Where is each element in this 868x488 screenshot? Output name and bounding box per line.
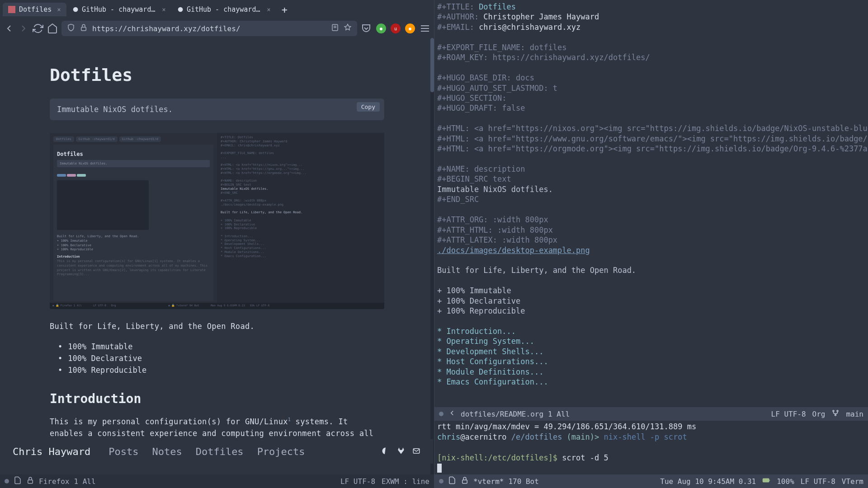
org-editor[interactable]: #+TITLE: Dotfiles#+AUTHOR: Christopher J… [434, 0, 868, 407]
terminal[interactable]: rtt min/avg/max/mdev = 49.294/186.651/36… [434, 421, 868, 474]
svg-rect-0 [8, 6, 15, 13]
nav-dotfiles[interactable]: Dotfiles [196, 446, 244, 457]
code-block: Immutable NixOS dotfiles. Copy [50, 99, 384, 120]
battery-pct: 100% [777, 477, 794, 486]
chevron-left-icon[interactable] [448, 409, 456, 419]
mini-built: Built for Life, Liberty, and the Open Ro… [57, 235, 210, 239]
svg-point-12 [833, 410, 834, 412]
org-line: #+AUTHOR: Christopher James Hayward [437, 12, 865, 22]
tab-title: Dotfiles [19, 5, 52, 14]
org-line: #+HUGO_SECTION: [437, 93, 865, 103]
org-line: #+ATTR_ORG: :width 800px [437, 215, 865, 225]
encoding: LF UTF-8 [771, 410, 806, 418]
gitlab-icon[interactable] [397, 446, 405, 457]
mail-icon[interactable] [412, 446, 420, 457]
github-icon[interactable] [382, 446, 390, 457]
extension-icon-3[interactable]: ● [405, 23, 415, 33]
site-name[interactable]: Chris Hayward [13, 446, 90, 457]
close-icon[interactable]: × [162, 6, 165, 13]
nav-posts[interactable]: Posts [108, 446, 138, 457]
toolbar-extensions: ● u ● [361, 23, 430, 34]
close-icon[interactable]: × [57, 6, 61, 13]
mini-tab: Github -chayward1/d [76, 136, 118, 142]
org-line: #+HTML: <a href="https://orgmode.org"><i… [437, 144, 865, 154]
org-line: + 100% Declarative [437, 296, 865, 306]
bookmark-icon[interactable] [344, 23, 352, 33]
section-heading: Introduction [50, 391, 384, 406]
org-line [437, 32, 865, 42]
org-line: #+BEGIN_SRC text [437, 174, 865, 184]
buffer-name: *vterm* [473, 477, 504, 486]
browser-tab-strip: Dotfiles × GitHub - chayward1/dotfi × Gi… [0, 0, 434, 19]
list-item: 100% Immutable [58, 341, 384, 352]
org-line: + 100% Immutable [437, 286, 865, 296]
git-branch: main [846, 410, 863, 418]
mini-tab: Dotfiles [53, 136, 74, 142]
svg-point-14 [835, 414, 836, 416]
reader-icon[interactable] [331, 23, 339, 33]
lock-icon [80, 23, 88, 33]
org-line: * Introduction... [437, 326, 865, 336]
major-mode: Org [812, 410, 826, 418]
new-tab-button[interactable]: + [277, 4, 292, 15]
org-line: * Operating System... [437, 336, 865, 346]
forward-icon[interactable] [18, 23, 29, 34]
reload-icon[interactable] [33, 23, 43, 34]
branch-icon [831, 409, 840, 419]
browser-tab-github-1[interactable]: GitHub - chayward1/dotfi × [67, 3, 171, 16]
menu-icon[interactable] [420, 23, 430, 34]
extension-icon-1[interactable]: ● [376, 23, 386, 33]
shield-icon [67, 23, 75, 33]
tagline: Built for Life, Liberty, and the Open Ro… [50, 322, 384, 331]
site-nav: Posts Notes Dotfiles Projects [108, 446, 305, 457]
mini-code: Immutable NixOS dotfiles. [57, 160, 210, 167]
org-line: #+END_SRC [437, 194, 865, 204]
org-line: + 100% Reproducible [437, 306, 865, 316]
home-icon[interactable] [47, 23, 58, 34]
modeline-org: dotfiles/README.org 1 All LF UTF-8 Org m… [434, 407, 868, 421]
term-output: rtt min/avg/max/mdev = 49.294/186.651/36… [437, 422, 865, 432]
svg-rect-11 [28, 480, 33, 483]
close-icon[interactable]: × [267, 6, 270, 13]
tab-title: GitHub - chayward1/dotfi [82, 5, 156, 14]
tab-title: GitHub - chayward1/dotfi [187, 5, 261, 14]
screenshot-image: Dotfiles Github -chayward1/d Github -cha… [50, 133, 384, 309]
modeline-vterm: *vterm* 170 Bot Tue Aug 10 9:45AM 0.31 1… [434, 474, 868, 488]
encoding: LF UTF-8 [801, 477, 835, 486]
back-icon[interactable] [4, 23, 14, 34]
github-icon [73, 6, 78, 13]
site-header: Chris Hayward Posts Notes Dotfiles Proje… [0, 439, 433, 464]
lock-icon [461, 476, 469, 486]
org-line: #+HTML: <a href="https://nixos.org"><img… [437, 123, 865, 133]
scrollbar[interactable] [430, 38, 434, 488]
svg-point-1 [73, 7, 78, 12]
url-text: https://chrishayward.xyz/dotfiles/ [92, 24, 326, 33]
extension-icon-2[interactable]: u [391, 23, 401, 33]
status-dot [5, 479, 9, 483]
org-line: * Emacs Configuration... [437, 377, 865, 387]
nav-notes[interactable]: Notes [152, 446, 182, 457]
term-blank [437, 442, 865, 453]
pocket-icon[interactable] [361, 23, 372, 34]
org-line [437, 154, 865, 164]
org-line: #+NAME: description [437, 164, 865, 174]
org-line: #+EMAIL: chris@chrishayward.xyz [437, 22, 865, 32]
term-prompt-2: [nix-shell:/etc/dotfiles]$ scrot -d 5 [437, 453, 865, 463]
svg-point-13 [837, 410, 838, 412]
browser-tab-github-2[interactable]: GitHub - chayward1/dotfi × [172, 3, 276, 16]
battery-icon [762, 476, 770, 486]
browser-tab-dotfiles[interactable]: Dotfiles × [3, 3, 66, 16]
page-title: Dotfiles [50, 65, 384, 85]
major-mode: EXWM : line [382, 477, 429, 486]
org-line: #+HUGO_BASE_DIR: docs [437, 73, 865, 83]
clock: Tue Aug 10 9:45AM 0.31 [660, 477, 756, 486]
url-bar[interactable]: https://chrishayward.xyz/dotfiles/ [61, 21, 357, 36]
cursor-pos: 170 Bot [508, 477, 538, 486]
org-line [437, 113, 865, 123]
status-dot [439, 412, 443, 416]
svg-rect-15 [462, 480, 467, 483]
copy-button[interactable]: Copy [357, 102, 380, 112]
org-line [437, 63, 865, 73]
nav-projects[interactable]: Projects [257, 446, 305, 457]
major-mode: VTerm [842, 477, 863, 486]
